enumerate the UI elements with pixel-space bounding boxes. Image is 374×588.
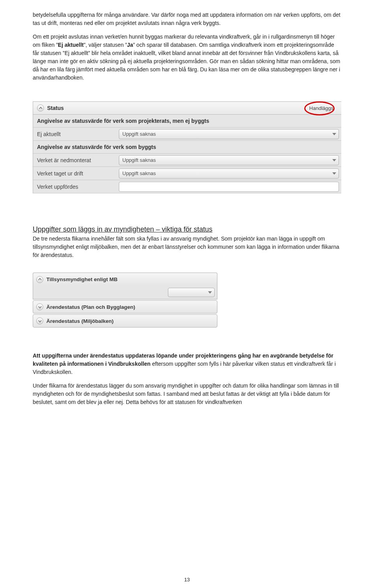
dropdown-ej-aktuellt-value: Uppgift saknas <box>122 131 156 137</box>
collapse-icon[interactable] <box>37 104 44 112</box>
expand-icon[interactable] <box>36 303 43 310</box>
page-number: 13 <box>0 577 374 583</box>
accordion: Tillsynsmyndighet enligt MB Ärendestatus… <box>33 273 217 328</box>
section-label-1: Angivelse av statusvärde för verk som pr… <box>33 115 341 128</box>
row-ur-drift: Verket taget ur drift Uppgift saknas <box>33 167 341 180</box>
para2-ja: Ja <box>127 42 133 48</box>
acc-item-tillsyn-body <box>33 286 217 299</box>
section-label-2: Angivelse av statusvärde för verk som by… <box>33 141 341 154</box>
chevron-down-icon <box>332 159 336 161</box>
status-panel: Status Handläggs Angivelse av statusvärd… <box>33 101 341 193</box>
row-nedmonterat-label: Verket är nedmonterat <box>37 157 119 163</box>
acc-item-tillsyn-label: Tillsynsmyndighet enligt MB <box>46 276 118 282</box>
paragraph-5: Under flikarna för ärendestatus lägger d… <box>33 382 341 406</box>
acc-item-tillsyn[interactable]: Tillsynsmyndighet enligt MB <box>33 273 217 286</box>
row-nedmonterat: Verket är nedmonterat Uppgift saknas <box>33 154 341 167</box>
acc-item-pbl-label: Ärendestatus (Plan och Bygglagen) <box>46 304 135 310</box>
dropdown-ur-drift[interactable]: Uppgift saknas <box>119 168 339 179</box>
chevron-down-icon <box>332 172 336 175</box>
status-panel-title: Status <box>47 105 309 111</box>
dropdown-nedmonterat-value: Uppgift saknas <box>122 157 156 163</box>
row-ej-aktuellt: Ej aktuellt Uppgift saknas <box>33 128 341 141</box>
expand-icon[interactable] <box>36 317 43 324</box>
para2-ej-aktuellt: Ej aktuellt <box>58 42 84 48</box>
input-uppfordes[interactable] <box>119 182 339 192</box>
status-panel-header[interactable]: Status Handläggs <box>33 102 341 115</box>
row-ur-drift-label: Verket taget ur drift <box>37 170 119 177</box>
row-ej-aktuellt-label: Ej aktuellt <box>37 131 119 137</box>
dropdown-ur-drift-value: Uppgift saknas <box>122 170 156 176</box>
row-uppfordes-label: Verket uppfördes <box>37 184 119 190</box>
paragraph-1: betydelsefulla uppgifterna för många anv… <box>33 11 341 27</box>
paragraph-4: Att uppgifterna under ärendestatus uppda… <box>33 352 341 376</box>
acc-item-mb[interactable]: Ärendestatus (Miljöbalken) <box>33 314 217 328</box>
acc-item-mb-label: Ärendestatus (Miljöbalken) <box>46 318 114 324</box>
chevron-down-icon <box>332 133 336 135</box>
dropdown-ej-aktuellt[interactable]: Uppgift saknas <box>119 129 339 139</box>
dropdown-nedmonterat[interactable]: Uppgift saknas <box>119 155 339 165</box>
heading-myndighet: Uppgifter som läggs in av myndigheten – … <box>33 225 341 234</box>
dropdown-tillsyn[interactable] <box>168 288 215 297</box>
status-panel-right: Handläggs <box>309 105 333 111</box>
collapse-icon[interactable] <box>36 276 43 283</box>
row-uppfordes: Verket uppfördes <box>33 180 341 193</box>
paragraph-2: Om ett projekt avslutas innan verket/en … <box>33 33 341 82</box>
para2-b: ”, väljer statusen ” <box>84 42 127 48</box>
paragraph-3: De tre nedersta flikarna innehåller fält… <box>33 235 341 259</box>
chevron-down-icon <box>208 291 212 294</box>
acc-item-pbl[interactable]: Ärendestatus (Plan och Bygglagen) <box>33 300 217 313</box>
